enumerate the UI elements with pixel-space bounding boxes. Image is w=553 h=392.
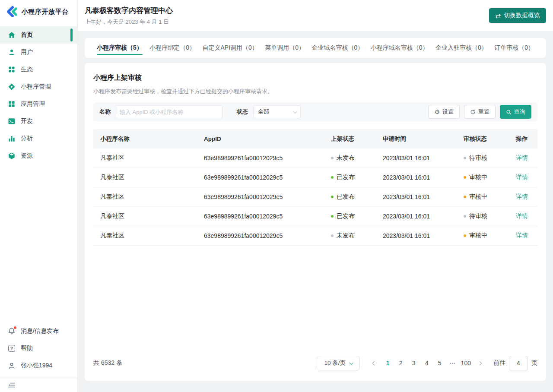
tab-enterprise-domain-review[interactable]: 企业域名审核（0） <box>312 38 364 58</box>
details-link[interactable]: 详情 <box>516 154 528 161</box>
cell-apply-time: 2023/03/01 16:01 <box>376 155 457 161</box>
sidebar-item-analytics[interactable]: 分析 <box>0 130 77 147</box>
cell-appid: 63e989899261fa00012029c5 <box>197 232 324 239</box>
tab-enterprise-onboarding-review[interactable]: 企业入驻审核（0） <box>435 38 487 58</box>
settings-button-label: 设置 <box>442 108 454 116</box>
sidebar-item-messages[interactable]: 消息/信息发布 <box>0 322 77 340</box>
status-dot <box>331 196 334 198</box>
review-status-text: 审核中 <box>469 193 487 200</box>
sidebar-item-label: 用户 <box>21 48 33 56</box>
cell-appid: 63e989899261fa00012029c5 <box>197 174 324 181</box>
main-area: 凡泰极客数字内容管理中心 上午好，今天是 2023 年 4 月 1 日 ⇄ 切换… <box>78 0 553 392</box>
sidebar-item-label: 张小强1994 <box>21 362 52 370</box>
page-number-2[interactable]: 2 <box>395 357 407 370</box>
sidebar-item-app-management[interactable]: 应用管理 <box>0 95 77 113</box>
table-row: 凡泰社区 63e989899261fa00012029c5 已发布 2023/0… <box>93 168 537 187</box>
tab-miniprogram-domain-review[interactable]: 小程序域名审核（0） <box>371 38 429 58</box>
user-icon <box>8 48 16 56</box>
cell-apply-time: 2023/03/01 16:01 <box>376 174 457 181</box>
column-header-apply-time: 申请时间 <box>376 135 457 143</box>
goto-page-input[interactable] <box>509 356 528 370</box>
prev-page-button[interactable] <box>369 357 381 370</box>
terminal-icon <box>8 117 16 125</box>
page-subtitle: 上午好，今天是 2023 年 4 月 1 日 <box>85 18 173 26</box>
column-header-publish-status: 上架状态 <box>324 135 376 143</box>
reset-button[interactable]: 重置 <box>464 105 496 119</box>
sidebar-item-ecosystem[interactable]: 生态 <box>0 61 77 78</box>
sidebar-item-development[interactable]: 开发 <box>0 113 77 130</box>
search-icon <box>506 109 512 115</box>
cell-apply-time: 2023/03/01 16:01 <box>376 213 457 220</box>
review-panel: 小程序上架审核 小程序发布需要经过审核，检查并通过下方已经提交的小程序审核请求。… <box>85 63 546 381</box>
swap-arrows-icon: ⇄ <box>495 13 501 19</box>
chevron-down-icon <box>293 109 297 114</box>
page-number-5[interactable]: 5 <box>434 357 445 370</box>
status-dot <box>464 157 466 159</box>
pagination: 共 6532 条 10 条/页 1 2 3 4 5 ••• 100 <box>93 350 537 372</box>
cell-appid: 63e989899261fa00012029c5 <box>197 155 324 161</box>
sidebar-item-label: 小程序管理 <box>21 83 51 91</box>
page-number-3[interactable]: 3 <box>408 357 420 370</box>
tab-miniprogram-binding[interactable]: 小程序绑定（0） <box>149 38 195 58</box>
brand: 小程序开放平台 <box>0 0 77 22</box>
cell-review-status: 审核中 <box>457 174 509 181</box>
name-filter-label: 名称 <box>99 108 111 116</box>
sidebar-item-resources[interactable]: 资源 <box>0 147 77 164</box>
publish-status-text: 已发布 <box>337 174 355 180</box>
column-header-review-status: 审核状态 <box>457 135 509 143</box>
sidebar-item-miniprogram-management[interactable]: 小程序管理 <box>0 78 77 95</box>
table-row: 凡泰社区 63e989899261fa00012029c5 未发布 2023/0… <box>93 149 537 168</box>
details-link[interactable]: 详情 <box>516 174 528 180</box>
sidebar-item-help[interactable]: ? 帮助 <box>0 340 77 357</box>
details-link[interactable]: 详情 <box>516 193 528 200</box>
status-dot <box>331 157 334 159</box>
gear-icon: ⚙ <box>434 109 440 115</box>
more-pages-icon[interactable]: ••• <box>447 357 458 370</box>
reset-button-label: 重置 <box>478 108 489 116</box>
publish-status-text: 未发布 <box>337 154 355 161</box>
details-link[interactable]: 详情 <box>516 232 528 239</box>
collapse-sidebar-icon <box>8 382 16 389</box>
sidebar-item-users[interactable]: 用户 <box>0 44 77 61</box>
tab-custom-api-calls[interactable]: 自定义API调用（0） <box>202 38 257 58</box>
cell-name: 凡泰社区 <box>93 212 197 220</box>
sidebar-collapse[interactable] <box>0 378 77 392</box>
settings-button[interactable]: ⚙ 设置 <box>428 105 460 119</box>
goto-suffix: 页 <box>531 359 537 367</box>
next-page-button[interactable] <box>474 357 486 370</box>
name-search-input[interactable] <box>115 105 223 118</box>
cell-publish-status: 已发布 <box>324 212 376 220</box>
page-number-100[interactable]: 100 <box>460 357 472 370</box>
cell-publish-status: 未发布 <box>324 154 376 162</box>
search-button[interactable]: 查询 <box>500 105 531 119</box>
tab-menu-calls[interactable]: 菜单调用（0） <box>265 38 305 58</box>
tab-miniprogram-review[interactable]: 小程序审核（5） <box>97 38 143 58</box>
sidebar-item-label: 资源 <box>21 152 33 160</box>
search-button-label: 查询 <box>514 108 525 116</box>
apps-icon <box>8 100 16 108</box>
chart-icon <box>8 135 16 142</box>
goto-page: 前往 页 <box>493 356 537 370</box>
tab-order-review[interactable]: 订单审核（0） <box>494 38 534 58</box>
sidebar-item-account[interactable]: 张小强1994 <box>0 357 77 374</box>
chevron-right-icon <box>477 361 482 365</box>
status-select[interactable]: 全部 <box>253 105 301 118</box>
column-header-name: 小程序名称 <box>93 135 197 143</box>
notification-badge <box>14 326 16 329</box>
publish-status-text: 已发布 <box>337 212 355 219</box>
page-number-4[interactable]: 4 <box>421 357 432 370</box>
page-number-1[interactable]: 1 <box>382 357 394 370</box>
status-dot <box>464 176 466 179</box>
review-status-text: 待审核 <box>469 154 487 161</box>
sidebar-item-home[interactable]: 首页 <box>0 26 77 44</box>
page-size-select[interactable]: 10 条/页 <box>317 356 360 370</box>
cell-name: 凡泰社区 <box>93 154 197 162</box>
content-area: 小程序审核（5） 小程序绑定（0） 自定义API调用（0） 菜单调用（0） 企业… <box>78 31 553 392</box>
switch-data-overview-button[interactable]: ⇄ 切换数据概览 <box>489 8 546 23</box>
diamond-icon <box>8 83 16 91</box>
filter-bar: 名称 状态 全部 ⚙ 设置 重置 <box>93 102 537 121</box>
cell-review-status: 待审核 <box>457 154 509 162</box>
sidebar-item-label: 应用管理 <box>21 100 45 108</box>
review-table: 小程序名称 AppID 上架状态 申请时间 审核状态 操作 凡泰社区 63e98… <box>93 129 537 246</box>
details-link[interactable]: 详情 <box>516 212 528 219</box>
